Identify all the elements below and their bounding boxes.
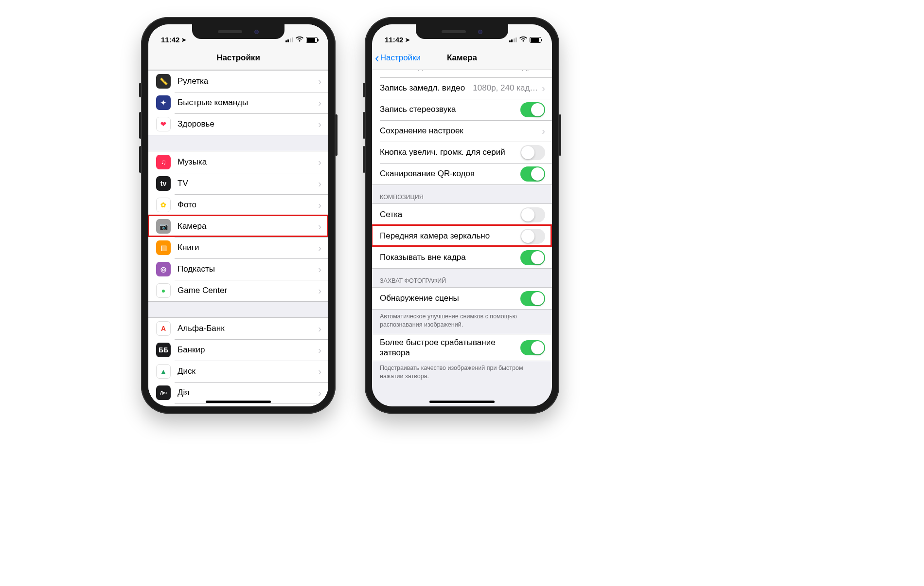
chevron-right-icon: › xyxy=(542,70,545,73)
alfabank-app-icon: А xyxy=(156,321,171,336)
chevron-right-icon: › xyxy=(318,221,321,232)
row-fast-shutter: Более быстрое срабатывание затвора xyxy=(372,334,552,361)
settings-row-photos-app[interactable]: ✿Фото› xyxy=(148,194,328,216)
toggle-outside-frame[interactable] xyxy=(520,250,545,265)
row-grid: Сетка xyxy=(372,204,552,225)
chevron-right-icon: › xyxy=(542,83,545,94)
cell-signal-icon xyxy=(285,37,294,42)
settings-row-gamecenter-app[interactable]: ●Game Center› xyxy=(148,280,328,301)
nav-bar: Настройки xyxy=(148,46,328,70)
chevron-right-icon: › xyxy=(318,157,321,168)
row-label: Game Center xyxy=(178,285,318,295)
camera-app-icon: 📷 xyxy=(156,219,171,234)
chevron-left-icon: ‹ xyxy=(375,52,379,64)
front-camera-dot xyxy=(478,30,482,34)
settings-row-tv-app[interactable]: tvTV› xyxy=(148,173,328,194)
row-label: Музыка xyxy=(178,157,318,167)
settings-row-camera-app[interactable]: 📷Камера› xyxy=(148,216,328,237)
podcasts-app-icon: ◎ xyxy=(156,262,171,276)
settings-row-bankir-app[interactable]: БББанкир› xyxy=(148,339,328,361)
ruler-app-icon: 📏 xyxy=(156,74,171,89)
row-preserve-settings[interactable]: Сохранение настроек › xyxy=(372,120,552,142)
row-value: 1080p, 240 кад… xyxy=(473,83,538,93)
settings-row-podcasts-app[interactable]: ◎Подкасты› xyxy=(148,258,328,280)
chevron-right-icon: › xyxy=(318,323,321,334)
photos-app-icon: ✿ xyxy=(156,198,171,212)
speaker-grille xyxy=(442,30,466,33)
chevron-right-icon: › xyxy=(318,345,321,356)
row-label: Сканирование QR-кодов xyxy=(380,168,520,179)
row-label: Банкир xyxy=(178,345,318,355)
toggle-mirror-front-camera[interactable] xyxy=(520,229,545,244)
row-label: Диск xyxy=(178,366,318,376)
chevron-right-icon: › xyxy=(318,97,321,109)
chevron-right-icon: › xyxy=(318,387,321,399)
settings-row-books-app[interactable]: ▤Книги› xyxy=(148,237,328,258)
row-label: Более быстрое срабатывание затвора xyxy=(380,337,520,358)
bankir-app-icon: ББ xyxy=(156,343,171,357)
settings-row-shortcuts-app[interactable]: ✦Быстрые команды› xyxy=(148,92,328,113)
chevron-right-icon: › xyxy=(318,285,321,296)
toggle-qr-scan[interactable] xyxy=(520,166,545,182)
row-qr-scan: Сканирование QR-кодов xyxy=(372,163,552,184)
chevron-right-icon: › xyxy=(318,119,321,130)
wifi-icon xyxy=(519,36,527,44)
row-outside-frame: Показывать вне кадра xyxy=(372,247,552,268)
row-label: Обнаружение сцены xyxy=(380,293,520,303)
speaker-grille xyxy=(218,30,242,33)
back-label: Настройки xyxy=(380,53,421,63)
settings-row-music-app[interactable]: ♫Музыка› xyxy=(148,151,328,173)
row-stereo-audio: Запись стереозвука xyxy=(372,99,552,120)
phone-left: 11:42 ➤ Настройки 📏Рулетка›✦Быстрые кома xyxy=(141,17,336,414)
chevron-right-icon: › xyxy=(318,264,321,275)
battery-icon xyxy=(530,37,541,43)
row-label: Альфа-Банк xyxy=(178,323,318,333)
settings-row-docs-app[interactable]: ≡Документы› xyxy=(148,403,328,406)
cell-signal-icon xyxy=(509,37,517,42)
settings-row-alfabank-app[interactable]: ААльфа-Банк› xyxy=(148,318,328,339)
settings-row-health-app[interactable]: ❤Здоровье› xyxy=(148,113,328,135)
toggle-grid[interactable] xyxy=(520,207,545,222)
row-label: Запись видео xyxy=(380,70,488,72)
front-camera-dot xyxy=(254,30,259,34)
toggle-volume-burst[interactable] xyxy=(520,145,545,160)
row-label: Подкасты xyxy=(178,264,318,274)
books-app-icon: ▤ xyxy=(156,240,171,255)
settings-row-disk-app[interactable]: ▲Диск› xyxy=(148,361,328,382)
row-label: Быстрые команды xyxy=(178,97,318,108)
row-label: Рулетка xyxy=(178,76,318,86)
row-label: Запись стереозвука xyxy=(380,104,520,114)
health-app-icon: ❤ xyxy=(156,117,171,131)
back-button[interactable]: ‹ Настройки xyxy=(375,46,421,70)
row-label: Книги xyxy=(178,242,318,253)
diia-app-icon: Дія xyxy=(156,385,171,400)
row-label: TV xyxy=(178,178,318,188)
section-header-capture: ЗАХВАТ ФОТОГРАФИЙ xyxy=(372,269,552,287)
gamecenter-app-icon: ● xyxy=(156,283,171,298)
row-value: 4K, 30 кадр/с xyxy=(488,70,538,72)
settings-row-ruler-app[interactable]: 📏Рулетка› xyxy=(148,71,328,92)
status-time: 11:42 xyxy=(161,36,179,44)
notch xyxy=(416,24,508,39)
chevron-right-icon: › xyxy=(318,76,321,87)
row-label: Передняя камера зеркально xyxy=(380,231,520,241)
section-footer-fast-shutter: Подстраивать качество изображений при бы… xyxy=(372,361,552,385)
row-label: Показывать вне кадра xyxy=(380,252,520,262)
row-label: Кнопка увелич. громк. для серий xyxy=(380,147,520,157)
toggle-fast-shutter[interactable] xyxy=(520,340,545,355)
disk-app-icon: ▲ xyxy=(156,364,171,379)
row-label: Запись замедл. видео xyxy=(380,83,473,93)
row-video-record[interactable]: Запись видео 4K, 30 кадр/с › xyxy=(372,70,552,77)
music-app-icon: ♫ xyxy=(156,155,171,169)
row-slowmo-record[interactable]: Запись замедл. видео 1080p, 240 кад… › xyxy=(372,77,552,99)
section-footer-scene-detect: Автоматическое улучшение снимков с помощ… xyxy=(372,310,552,334)
home-indicator[interactable] xyxy=(429,401,495,403)
home-indicator[interactable] xyxy=(206,401,271,403)
tv-app-icon: tv xyxy=(156,176,171,191)
page-title: Камера xyxy=(447,53,477,63)
toggle-scene-detect[interactable] xyxy=(520,291,545,306)
row-label: Сетка xyxy=(380,209,520,220)
shortcuts-app-icon: ✦ xyxy=(156,95,171,110)
status-time: 11:42 xyxy=(385,36,403,44)
toggle-stereo-audio[interactable] xyxy=(520,102,545,117)
